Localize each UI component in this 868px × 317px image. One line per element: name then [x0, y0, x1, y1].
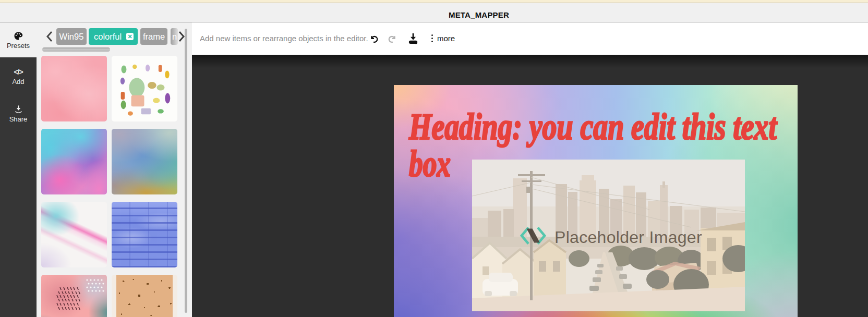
svg-text:box: box [409, 143, 451, 185]
svg-text:Heading: you can edit this tex: Heading: you can edit this text [408, 106, 777, 148]
